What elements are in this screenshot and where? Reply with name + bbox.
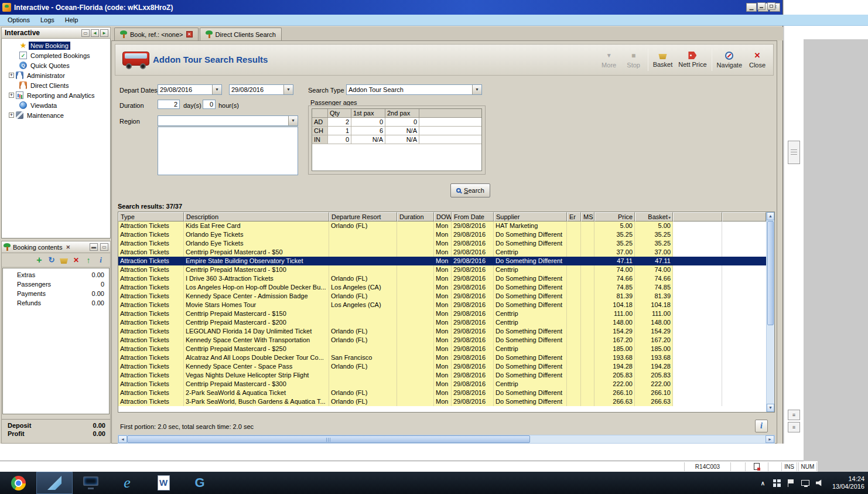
chevron-down-icon[interactable]: ▼ <box>288 116 298 125</box>
column-header-departure-resort[interactable]: Departure Resort <box>329 212 397 222</box>
menu-help[interactable]: Help <box>60 15 84 25</box>
booking-contents-row[interactable]: Refunds0.00 <box>3 299 109 308</box>
chevron-down-icon[interactable]: ▼ <box>212 85 221 94</box>
horizontal-scrollbar[interactable]: ◄ ► <box>118 435 775 444</box>
search-button[interactable]: Search <box>450 183 490 197</box>
menu-logs[interactable]: Logs <box>35 15 60 25</box>
delete-icon[interactable] <box>71 255 81 265</box>
booking-contents-row[interactable]: Passengers0 <box>3 280 109 289</box>
expand-icon[interactable]: + <box>9 113 14 118</box>
region-combo[interactable]: ▼ <box>158 115 298 126</box>
column-header-description[interactable]: Description <box>184 212 329 222</box>
close-panel-icon[interactable]: ✕ <box>64 244 71 250</box>
basket-button[interactable]: Basket <box>650 47 676 72</box>
scroll-right-icon[interactable]: ► <box>766 435 774 443</box>
column-header-from-date[interactable]: From Date <box>452 212 494 222</box>
duration-hours-field[interactable]: 0 <box>203 100 216 109</box>
scroll-left-icon[interactable]: ◄ <box>118 435 127 443</box>
column-header-price[interactable]: Price <box>594 212 635 222</box>
table-row[interactable]: Attraction TicketsVegas Nights Deluxe He… <box>118 371 766 380</box>
column-header-supplier[interactable]: Supplier <box>494 212 567 222</box>
horizontal-scrollbar-thumb[interactable] <box>127 435 530 443</box>
passenger-age-row[interactable]: CH16N/A <box>312 127 481 135</box>
basket-icon[interactable] <box>59 256 69 264</box>
taskbar-internet-explorer[interactable] <box>109 472 145 494</box>
table-row[interactable]: Attraction TicketsOrlando Eye TicketsMon… <box>118 239 766 248</box>
passenger-age-row[interactable]: IN0N/AN/A <box>312 135 481 144</box>
sidebar-item-administrator[interactable]: +Administrator <box>2 70 110 80</box>
tab-direct-clients-search[interactable]: Direct Clients Search <box>200 28 282 40</box>
scroll-down-icon[interactable]: ▼ <box>767 404 774 412</box>
sidebar-item-maintenance[interactable]: +Maintenance <box>2 110 110 120</box>
close-button[interactable]: Close <box>745 47 770 72</box>
column-header-dow[interactable]: DOW <box>434 212 452 222</box>
network-icon[interactable] <box>801 480 809 486</box>
add-icon[interactable] <box>35 255 44 265</box>
table-row[interactable]: Attraction TicketsCenttrip Prepaid Maste… <box>118 265 766 274</box>
table-row[interactable]: Attraction TicketsEmpire State Building … <box>118 257 766 265</box>
mdi-restore-icon[interactable] <box>767 2 775 10</box>
outer-scrollbar-thumb[interactable] <box>788 141 800 164</box>
minimize-icon[interactable]: ▁ <box>746 3 757 12</box>
scroll-up-icon[interactable]: ▲ <box>767 212 774 220</box>
depart-date-2-combo[interactable]: 29/08/2016 ▼ <box>229 84 293 95</box>
results-vertical-scrollbar[interactable]: ▲ ▼ <box>766 212 774 412</box>
table-row[interactable]: Attraction TicketsKids Eat Free CardOrla… <box>118 222 766 230</box>
table-row[interactable]: Attraction TicketsLos Angeles Hop-on Hop… <box>118 283 766 292</box>
outer-scroll-button[interactable]: ≡ <box>788 410 800 420</box>
table-row[interactable]: Attraction TicketsOrlando Eye TicketsMon… <box>118 230 766 239</box>
table-row[interactable]: Attraction TicketsCenttrip Prepaid Maste… <box>118 380 766 389</box>
refresh-icon[interactable] <box>47 255 56 265</box>
sidebar-item-completed-bookings[interactable]: Completed Bookings <box>2 50 110 60</box>
taskbar-google[interactable] <box>182 472 218 494</box>
move-up-icon[interactable] <box>84 255 93 265</box>
column-header-duration[interactable]: Duration <box>397 212 434 222</box>
info-button[interactable]: i <box>755 420 768 432</box>
outer-scroll-button[interactable]: ≡ <box>788 422 800 432</box>
table-row[interactable]: Attraction TicketsLEGOLAND Florida 14 Da… <box>118 327 766 336</box>
column-header-basket[interactable]: Basket▾ <box>635 212 673 222</box>
table-row[interactable]: Attraction Tickets2-Park SeaWorld & Aqua… <box>118 389 766 397</box>
grid-icon[interactable] <box>773 479 781 487</box>
taskbar-chrome[interactable] <box>0 472 36 494</box>
taskbar-connect-app[interactable] <box>36 472 73 494</box>
table-row[interactable]: Attraction TicketsMovie Stars Homes Tour… <box>118 301 766 309</box>
table-row[interactable]: Attraction TicketsCenttrip Prepaid Maste… <box>118 345 766 353</box>
taskbar-computer[interactable] <box>73 472 109 494</box>
dock-back-icon[interactable]: ◄ <box>91 29 99 37</box>
depart-date-1-combo[interactable]: 29/08/2016 ▼ <box>158 84 222 95</box>
booking-contents-row[interactable]: Extras0.00 <box>3 271 109 280</box>
hidden-icons-chevron[interactable] <box>759 479 767 487</box>
minimize-panel-icon[interactable]: ▬ <box>90 243 98 251</box>
taskbar-word[interactable] <box>145 472 182 494</box>
sidebar-item-direct-clients[interactable]: Direct Clients <box>2 80 110 90</box>
region-listbox[interactable] <box>158 127 298 175</box>
collapse-panel-icon[interactable]: ▭ <box>81 29 90 37</box>
passenger-age-row[interactable]: AD200 <box>312 118 481 127</box>
table-row[interactable]: Attraction TicketsI Drive 360 3-Attracti… <box>118 274 766 283</box>
dock-forward-icon[interactable]: ► <box>100 29 108 37</box>
booking-contents-row[interactable]: Payments0.00 <box>3 289 109 299</box>
sidebar-item-quick-quotes[interactable]: Quick Quotes <box>2 60 110 70</box>
nett-price-button[interactable]: Nett Price <box>675 47 709 72</box>
search-type-combo[interactable]: Addon Tour Search ▼ <box>346 84 482 95</box>
table-row[interactable]: Attraction TicketsKennedy Space Center -… <box>118 292 766 301</box>
expand-icon[interactable]: + <box>9 93 14 98</box>
expand-icon[interactable]: + <box>9 73 14 78</box>
tab-book-ref-none[interactable]: Book, ref.: <none>✕ <box>114 28 199 40</box>
navigate-button[interactable]: Navigate <box>714 47 745 72</box>
sidebar-item-viewdata[interactable]: Viewdata <box>2 100 110 110</box>
outer-vertical-scrollbar[interactable]: ≡ ≡ <box>784 26 804 461</box>
tab-close-icon[interactable]: ✕ <box>186 31 193 38</box>
column-header-type[interactable]: Type <box>118 212 184 222</box>
volume-icon[interactable] <box>816 479 823 486</box>
table-row[interactable]: Attraction TicketsKennedy Space Center -… <box>118 362 766 371</box>
table-row[interactable]: Attraction TicketsAlcatraz And All Loops… <box>118 353 766 362</box>
chevron-down-icon[interactable]: ▼ <box>283 85 293 94</box>
duration-days-field[interactable]: 2 <box>158 100 180 109</box>
info-icon[interactable] <box>96 255 105 265</box>
chevron-down-icon[interactable]: ▼ <box>472 85 481 94</box>
flag-icon[interactable] <box>787 479 795 487</box>
table-row[interactable]: Attraction TicketsKennedy Space Center W… <box>118 336 766 345</box>
mdi-minimize-icon[interactable] <box>757 2 766 10</box>
